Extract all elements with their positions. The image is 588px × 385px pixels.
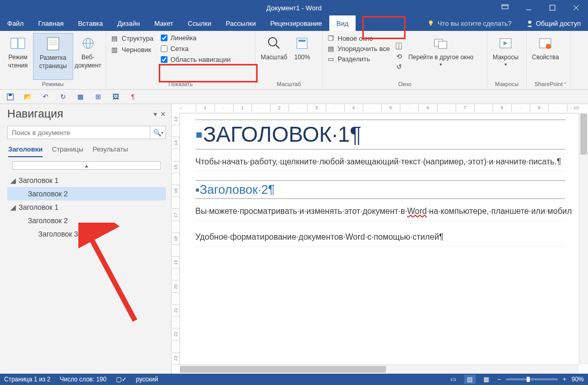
- zoom-100-icon: [294, 35, 310, 52]
- tab-file[interactable]: Файл: [0, 15, 31, 31]
- svg-point-6: [429, 21, 432, 24]
- svg-rect-29: [9, 94, 12, 96]
- heading-1: ▪ЗАГОЛОВОК·1¶: [195, 120, 565, 149]
- split-button[interactable]: ▭Разделить: [327, 55, 390, 63]
- tell-me[interactable]: Что вы хотите сделать?: [420, 20, 519, 27]
- tab-home[interactable]: Главная: [31, 15, 71, 31]
- share-button[interactable]: Общий доступ: [519, 20, 588, 27]
- open-button[interactable]: 📂: [23, 92, 33, 102]
- tree-node[interactable]: Заголовок 2: [7, 187, 166, 200]
- document-page[interactable]: ▪ЗАГОЛОВОК·1¶ Чтобы·начать·работу,·щелкн…: [188, 113, 573, 364]
- arrange-all-button[interactable]: ▤Упорядочить все: [327, 44, 390, 53]
- nav-tabs: Заголовки Страницы Результаты: [7, 143, 166, 157]
- split-icon: ▭: [327, 55, 335, 63]
- nav-collapse-bar[interactable]: ▲: [12, 161, 161, 170]
- horizontal-ruler[interactable]: ⌐ 1·1·2·3·4·5·6·7·8·9·10·11·12·13·14·15·…: [180, 104, 579, 113]
- group-label-macros: Макросы: [488, 80, 526, 89]
- tab-references[interactable]: Ссылки: [180, 15, 219, 31]
- svg-rect-10: [18, 38, 25, 48]
- save-button[interactable]: [5, 92, 15, 102]
- print-layout-button[interactable]: Разметка страницы: [33, 33, 74, 80]
- navigation-pane: Навигация ▾ ✕ 🔍▾ Заголовки Страницы Резу…: [0, 104, 172, 374]
- tree-node[interactable]: ◢Заголовок 1: [7, 200, 166, 214]
- tab-layout[interactable]: Макет: [147, 15, 180, 31]
- tab-insert[interactable]: Вставка: [71, 15, 110, 31]
- macros-button[interactable]: Макросы ▾: [491, 33, 520, 80]
- new-window-button[interactable]: ❐Новое окно: [327, 34, 390, 42]
- zoom-in-button[interactable]: +: [563, 376, 566, 383]
- reset-pos-icon[interactable]: ↺: [395, 63, 403, 71]
- svg-point-18: [268, 38, 277, 46]
- collapse-ribbon-icon[interactable]: ⌃: [563, 81, 567, 88]
- nav-tab-headings[interactable]: Заголовки: [8, 145, 43, 157]
- tab-review[interactable]: Рецензирование: [263, 15, 329, 31]
- zoom-button[interactable]: Масштаб: [259, 33, 289, 80]
- outline-check[interactable]: ▤Структура: [110, 34, 154, 42]
- chevron-down-icon: ▾: [440, 62, 442, 68]
- maximize-button[interactable]: [541, 0, 564, 15]
- spellcheck-icon[interactable]: ▢✓: [116, 376, 127, 383]
- minimize-button[interactable]: [517, 0, 541, 15]
- properties-button[interactable]: Свойства: [530, 33, 561, 80]
- lightbulb-icon: [427, 20, 434, 27]
- expand-icon[interactable]: ◢: [10, 176, 16, 185]
- new-window-icon: ❐: [327, 34, 335, 42]
- nav-search[interactable]: 🔍▾: [7, 126, 166, 139]
- svg-rect-0: [502, 5, 508, 9]
- tree-node[interactable]: Заголовок 3: [7, 227, 166, 241]
- search-icon[interactable]: 🔍▾: [150, 126, 165, 139]
- image-button[interactable]: 🖼: [110, 92, 121, 102]
- tab-design[interactable]: Дизайн: [110, 15, 147, 31]
- print-layout-view-icon[interactable]: ▤: [464, 375, 476, 384]
- table-button[interactable]: ⊞: [93, 92, 103, 102]
- zoom-icon: [266, 35, 282, 52]
- side-by-side-icon[interactable]: ⿰: [395, 42, 403, 51]
- vertical-ruler[interactable]: 13·14·15·16·17·18·19·20·21·22·23: [172, 113, 180, 364]
- read-mode-icon: [10, 35, 26, 52]
- status-word-count[interactable]: Число слов: 190: [60, 376, 107, 383]
- ribbon-options-icon[interactable]: [493, 0, 517, 15]
- chevron-down-icon: ▾: [505, 62, 507, 68]
- undo-button[interactable]: ↶: [40, 92, 51, 102]
- nav-dropdown-icon[interactable]: ▾: [154, 110, 157, 118]
- status-page[interactable]: Страница 1 из 2: [4, 376, 51, 383]
- tab-mailings[interactable]: Рассылки: [219, 15, 263, 31]
- redo-button[interactable]: ↻: [58, 92, 68, 102]
- svg-rect-9: [11, 38, 18, 48]
- web-layout-view-icon[interactable]: ▦: [481, 375, 492, 384]
- read-mode-view-icon[interactable]: ▭: [448, 375, 459, 384]
- read-mode-button[interactable]: Режим чтения: [3, 33, 33, 80]
- zoom-100-button[interactable]: 100%: [289, 33, 315, 80]
- tree-node[interactable]: Заголовок 2: [7, 214, 166, 227]
- ruler-check[interactable]: Линейка: [161, 34, 231, 42]
- nav-search-input[interactable]: [8, 129, 150, 137]
- scrollbar-thumb[interactable]: [580, 113, 587, 155]
- draft-check[interactable]: ▥Черновик: [110, 45, 154, 54]
- close-button[interactable]: [564, 0, 588, 15]
- switch-windows-button[interactable]: Перейти в другое окно ▾: [406, 33, 475, 80]
- nav-tab-results[interactable]: Результаты: [93, 145, 128, 157]
- zoom-value[interactable]: 90%: [572, 376, 584, 383]
- tree-node[interactable]: ◢Заголовок 1: [7, 174, 166, 187]
- draft-icon: ▥: [110, 45, 119, 54]
- sync-scroll-icon[interactable]: ⟲: [395, 53, 403, 61]
- zoom-slider-thumb[interactable]: [527, 377, 530, 382]
- horizontal-scrollbar[interactable]: [180, 364, 579, 374]
- outline-icon: ▤: [110, 34, 119, 42]
- web-layout-button[interactable]: Веб-документ: [73, 33, 103, 80]
- nav-close-icon[interactable]: ✕: [160, 110, 166, 118]
- zoom-out-button[interactable]: −: [497, 376, 501, 383]
- zoom-slider[interactable]: [506, 378, 558, 380]
- expand-icon[interactable]: ◢: [10, 203, 16, 211]
- tab-view[interactable]: Вид: [329, 15, 356, 31]
- navpane-check[interactable]: Область навигации: [161, 56, 231, 63]
- gridlines-check[interactable]: Сетка: [161, 45, 231, 53]
- preview-button[interactable]: ▦: [75, 92, 86, 102]
- status-bar: Страница 1 из 2 Число слов: 190 ▢✓ русск…: [0, 374, 588, 385]
- heading-2: ▪Заголовок·2¶: [195, 180, 565, 199]
- status-language[interactable]: русский: [136, 376, 158, 383]
- clear-format-button[interactable]: ¶: [128, 92, 138, 102]
- vertical-scrollbar[interactable]: [579, 113, 588, 364]
- nav-tab-pages[interactable]: Страницы: [52, 145, 83, 157]
- scrollbar-thumb[interactable]: [180, 366, 386, 373]
